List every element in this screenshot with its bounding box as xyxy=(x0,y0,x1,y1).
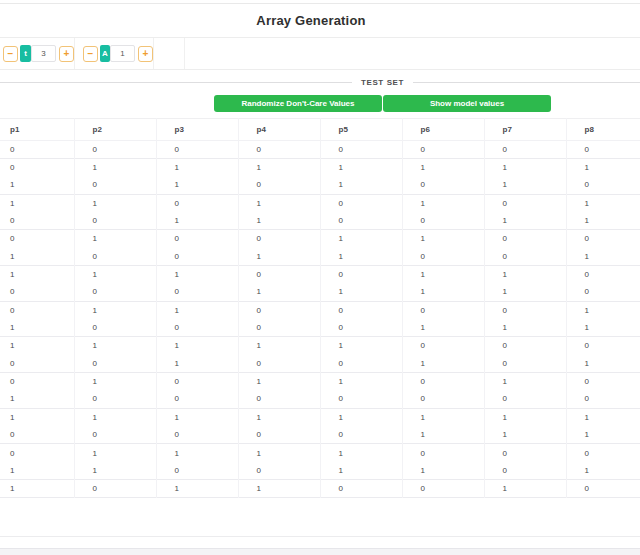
decrement-a-button[interactable]: − xyxy=(83,46,98,62)
table-cell: 0 xyxy=(484,337,566,355)
table-row: 01011010 xyxy=(0,372,640,390)
table-cell: 0 xyxy=(566,283,640,301)
table-cell: 1 xyxy=(238,248,320,266)
table-cell: 0 xyxy=(74,141,156,159)
table-cell: 1 xyxy=(484,176,566,194)
table-cell: 0 xyxy=(0,212,74,230)
table-cell: 0 xyxy=(402,141,484,159)
table-cell: 0 xyxy=(566,480,640,498)
table-row: 11111000 xyxy=(0,337,640,355)
table-header: p1p2p3p4p5p6p7p8 xyxy=(0,119,640,141)
table-cell: 1 xyxy=(0,248,74,266)
plus-icon: + xyxy=(64,49,70,59)
table-cell: 0 xyxy=(74,319,156,337)
table-cell: 1 xyxy=(320,462,402,480)
table-cell: 1 xyxy=(0,337,74,355)
table-cell: 0 xyxy=(74,480,156,498)
table-cell: 1 xyxy=(74,337,156,355)
table-cell: 1 xyxy=(74,194,156,212)
table-cell: 0 xyxy=(0,444,74,462)
table-cell: 1 xyxy=(0,480,74,498)
decrement-t-button[interactable]: − xyxy=(3,46,18,62)
table-cell: 0 xyxy=(566,444,640,462)
table-cell: 1 xyxy=(484,426,566,444)
table-cell: 0 xyxy=(0,230,74,248)
table-row: 11111111 xyxy=(0,408,640,426)
spinner-group-t: − t + xyxy=(0,38,75,69)
table-cell: 1 xyxy=(484,319,566,337)
t-value-input[interactable] xyxy=(31,45,56,62)
show-model-values-button[interactable]: Show model values xyxy=(383,95,551,112)
table-cell: 0 xyxy=(74,248,156,266)
table-cell: 1 xyxy=(402,462,484,480)
table-cell: 1 xyxy=(238,372,320,390)
column-header: p3 xyxy=(156,119,238,141)
table-cell: 0 xyxy=(0,372,74,390)
table-cell: 0 xyxy=(156,426,238,444)
minus-icon: − xyxy=(8,49,14,59)
increment-a-button[interactable]: + xyxy=(138,46,153,62)
table-cell: 0 xyxy=(402,480,484,498)
table-cell: 0 xyxy=(402,444,484,462)
table-cell: 1 xyxy=(74,230,156,248)
table-cell: 1 xyxy=(156,265,238,283)
table-cell: 1 xyxy=(566,462,640,480)
table-row: 00000111 xyxy=(0,426,640,444)
table-cell: 1 xyxy=(402,194,484,212)
table-cell: 1 xyxy=(320,176,402,194)
column-header: p4 xyxy=(238,119,320,141)
table-cell: 1 xyxy=(0,390,74,408)
table-cell: 1 xyxy=(566,319,640,337)
table-cell: 0 xyxy=(238,462,320,480)
table-cell: 1 xyxy=(566,426,640,444)
table-cell: 1 xyxy=(0,265,74,283)
table-cell: 0 xyxy=(156,230,238,248)
page-title: Array Generation xyxy=(256,13,365,28)
table-cell: 1 xyxy=(238,283,320,301)
table-cell: 1 xyxy=(566,212,640,230)
table-cell: 0 xyxy=(566,141,640,159)
test-set-button-group: Randomize Don't-Care Values Show model v… xyxy=(214,95,551,112)
table-cell: 1 xyxy=(0,462,74,480)
table-cell: 1 xyxy=(74,301,156,319)
table-cell: 1 xyxy=(156,337,238,355)
table-cell: 0 xyxy=(484,248,566,266)
table-cell: 1 xyxy=(566,194,640,212)
table-cell: 0 xyxy=(74,176,156,194)
table-cell: 0 xyxy=(74,212,156,230)
controls-empty-area xyxy=(185,38,640,69)
table-cell: 1 xyxy=(566,301,640,319)
table-row: 00011110 xyxy=(0,283,640,301)
table-cell: 1 xyxy=(238,194,320,212)
table-cell: 0 xyxy=(484,444,566,462)
minus-icon: − xyxy=(88,49,94,59)
table-cell: 0 xyxy=(238,426,320,444)
table-cell: 0 xyxy=(320,355,402,373)
table-cell: 0 xyxy=(320,390,402,408)
randomize-dont-care-button[interactable]: Randomize Don't-Care Values xyxy=(214,95,382,112)
table-cell: 0 xyxy=(320,141,402,159)
table-cell: 1 xyxy=(74,265,156,283)
test-set-legend-row: TEST SET xyxy=(0,78,640,87)
table-cell: 1 xyxy=(402,265,484,283)
increment-t-button[interactable]: + xyxy=(59,46,74,62)
table-cell: 1 xyxy=(238,337,320,355)
table-row: 00000000 xyxy=(0,141,640,159)
table-cell: 0 xyxy=(0,301,74,319)
column-header: p6 xyxy=(402,119,484,141)
table-cell: 1 xyxy=(402,283,484,301)
column-header: p1 xyxy=(0,119,74,141)
table-cell: 1 xyxy=(0,176,74,194)
table-cell: 1 xyxy=(484,480,566,498)
table-cell: 0 xyxy=(320,480,402,498)
table-cell: 0 xyxy=(156,194,238,212)
table-cell: 0 xyxy=(320,319,402,337)
table-cell: 0 xyxy=(238,176,320,194)
table-cell: 0 xyxy=(402,390,484,408)
table-cell: 0 xyxy=(484,230,566,248)
table-cell: 0 xyxy=(0,141,74,159)
spinner-group-a: − A + xyxy=(75,38,154,69)
table-cell: 1 xyxy=(484,158,566,176)
a-value-input[interactable] xyxy=(110,45,135,62)
table-cell: 1 xyxy=(74,444,156,462)
